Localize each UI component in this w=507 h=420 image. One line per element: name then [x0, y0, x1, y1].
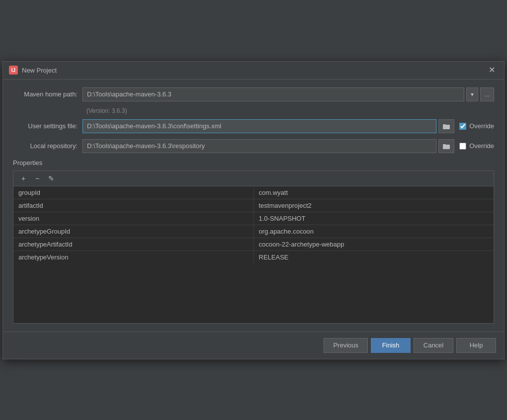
app-icon: IJ	[9, 66, 18, 75]
property-key: groupId	[13, 186, 254, 199]
local-repo-input-group: Override	[83, 139, 494, 153]
finish-button[interactable]: Finish	[371, 338, 411, 353]
dialog-content: Maven home path: ▾ ... (Version: 3.6.3) …	[3, 80, 504, 332]
cancel-button[interactable]: Cancel	[414, 338, 453, 353]
previous-button[interactable]: Previous	[324, 338, 368, 353]
help-button[interactable]: Help	[456, 338, 496, 353]
user-settings-input-group: Override	[83, 119, 494, 133]
folder-icon	[443, 123, 450, 129]
properties-table: groupId com.wyatt artifactId testmavenpr…	[13, 186, 494, 263]
local-repo-override-group: Override	[459, 142, 494, 150]
local-repo-override-label: Override	[469, 142, 494, 150]
maven-home-browse-button[interactable]: ...	[480, 87, 494, 101]
property-value: RELEASE	[254, 251, 494, 263]
table-row[interactable]: archetypeGroupId org.apache.cocoon	[13, 225, 494, 238]
maven-home-input-group: ▾ ...	[83, 87, 494, 101]
property-key: archetypeGroupId	[13, 225, 254, 238]
user-settings-row: User settings file: Override	[13, 119, 494, 133]
local-repo-label: Local repository:	[13, 142, 83, 150]
version-hint: (Version: 3.6.3)	[86, 107, 494, 114]
table-row[interactable]: artifactId testmavenproject2	[13, 199, 494, 212]
local-repo-browse-button[interactable]	[438, 139, 454, 153]
title-bar: IJ New Project ✕	[3, 62, 504, 80]
property-key: artifactId	[13, 199, 254, 212]
table-row[interactable]: version 1.0-SNAPSHOT	[13, 212, 494, 225]
maven-home-input[interactable]	[83, 87, 464, 101]
property-value: cocoon-22-archetype-webapp	[254, 238, 494, 251]
property-key: version	[13, 212, 254, 225]
table-row[interactable]: groupId com.wyatt	[13, 186, 494, 199]
properties-section: Properties + − ✎ groupId com.wyatt artif…	[13, 159, 494, 324]
user-settings-input[interactable]	[83, 119, 436, 133]
property-key: archetypeVersion	[13, 251, 254, 263]
property-value: com.wyatt	[254, 186, 494, 199]
property-key: archetypeArtifactId	[13, 238, 254, 251]
edit-property-button[interactable]: ✎	[45, 173, 57, 184]
user-settings-override-checkbox[interactable]	[459, 123, 466, 130]
svg-rect-3	[443, 144, 446, 146]
table-row[interactable]: archetypeArtifactId cocoon-22-archetype-…	[13, 238, 494, 251]
dialog-footer: Previous Finish Cancel Help	[3, 332, 504, 359]
svg-rect-1	[443, 124, 446, 126]
local-repo-override-checkbox[interactable]	[459, 143, 466, 150]
local-repo-input[interactable]	[83, 139, 436, 153]
add-property-button[interactable]: +	[17, 173, 29, 184]
dialog-title: New Project	[22, 67, 57, 74]
properties-title: Properties	[13, 159, 494, 167]
new-project-dialog: IJ New Project ✕ Maven home path: ▾ ... …	[2, 61, 505, 359]
local-repo-row: Local repository: Override	[13, 139, 494, 153]
properties-toolbar: + − ✎	[13, 171, 494, 186]
maven-home-label: Maven home path:	[13, 90, 83, 98]
user-settings-override-label: Override	[469, 122, 494, 130]
property-value: org.apache.cocoon	[254, 225, 494, 238]
properties-container: + − ✎ groupId com.wyatt artifactId testm…	[13, 170, 494, 324]
maven-home-dropdown-button[interactable]: ▾	[466, 87, 478, 101]
title-bar-left: IJ New Project	[9, 66, 57, 75]
property-value: 1.0-SNAPSHOT	[254, 212, 494, 225]
folder-icon	[443, 143, 450, 149]
maven-home-row: Maven home path: ▾ ...	[13, 87, 494, 101]
close-button[interactable]: ✕	[486, 65, 498, 75]
table-row[interactable]: archetypeVersion RELEASE	[13, 251, 494, 263]
remove-property-button[interactable]: −	[31, 173, 43, 184]
user-settings-label: User settings file:	[13, 122, 83, 130]
user-settings-override-group: Override	[459, 122, 494, 130]
properties-empty-area	[13, 263, 494, 323]
property-value: testmavenproject2	[254, 199, 494, 212]
user-settings-browse-button[interactable]	[438, 119, 454, 133]
